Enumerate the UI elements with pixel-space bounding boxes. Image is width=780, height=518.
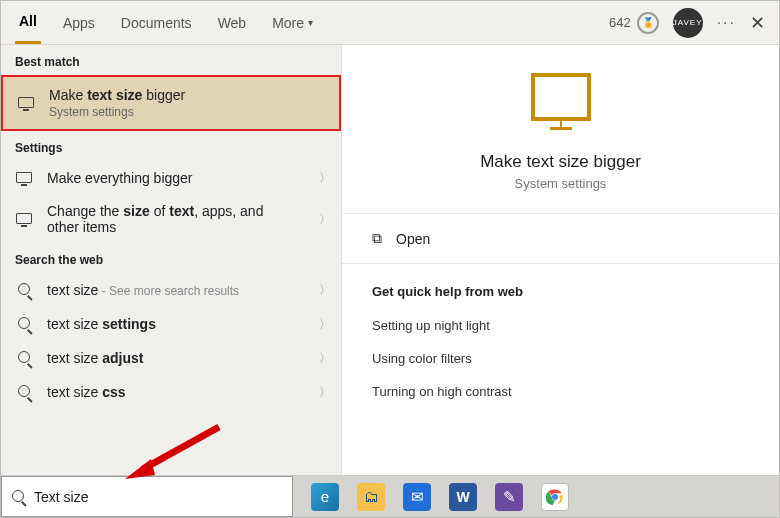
tab-web[interactable]: Web	[214, 1, 251, 44]
result-setting-change-size[interactable]: Change the size of text, apps, and other…	[1, 195, 341, 243]
search-input[interactable]	[34, 489, 282, 505]
open-action[interactable]: ⧉ Open	[342, 214, 779, 263]
web-result-text-size-css[interactable]: text size css 〉	[1, 375, 341, 409]
chevron-right-icon: 〉	[319, 350, 331, 367]
taskbar-mail-icon[interactable]: ✉	[403, 483, 431, 511]
rewards-points[interactable]: 642 🏅	[609, 12, 659, 34]
details-title: Make text size bigger	[480, 152, 641, 172]
taskbar-file-explorer-icon[interactable]: 🗂	[357, 483, 385, 511]
tab-apps[interactable]: Apps	[59, 1, 99, 44]
quick-help-heading: Get quick help from web	[342, 264, 779, 309]
result-setting-make-everything-bigger[interactable]: Make everything bigger 〉	[1, 161, 341, 195]
tab-all[interactable]: All	[15, 1, 41, 44]
overflow-menu[interactable]: ···	[717, 14, 736, 32]
result-title: Make text size bigger	[49, 87, 185, 103]
svg-point-0	[552, 494, 558, 500]
web-result-text-size-settings[interactable]: text size settings 〉	[1, 307, 341, 341]
search-icon	[15, 349, 33, 367]
chevron-right-icon: 〉	[319, 384, 331, 401]
tab-more[interactable]: More▾	[268, 1, 317, 44]
group-settings: Settings	[1, 131, 341, 161]
chevron-right-icon: 〉	[319, 316, 331, 333]
search-icon	[15, 383, 33, 401]
web-result-text-size[interactable]: text size - See more search results 〉	[1, 273, 341, 307]
monitor-large-icon	[531, 73, 591, 130]
quick-help-high-contrast[interactable]: Turning on high contrast	[342, 375, 779, 408]
result-title: Change the size of text, apps, and other…	[47, 203, 287, 235]
search-box[interactable]	[1, 476, 293, 517]
rewards-medal-icon: 🏅	[637, 12, 659, 34]
chevron-right-icon: 〉	[319, 170, 331, 187]
chevron-down-icon: ▾	[308, 17, 313, 28]
web-result-text-size-adjust[interactable]: text size adjust 〉	[1, 341, 341, 375]
open-icon: ⧉	[372, 230, 382, 247]
group-search-web: Search the web	[1, 243, 341, 273]
user-avatar[interactable]: JAVEY	[673, 8, 703, 38]
chevron-right-icon: 〉	[319, 211, 331, 228]
chevron-right-icon: 〉	[319, 282, 331, 299]
taskbar-chrome-icon[interactable]	[541, 483, 569, 511]
quick-help-color-filters[interactable]: Using color filters	[342, 342, 779, 375]
taskbar-edge-icon[interactable]: e	[311, 483, 339, 511]
group-best-match: Best match	[1, 45, 341, 75]
quick-help-night-light[interactable]: Setting up night light	[342, 309, 779, 342]
search-icon	[12, 488, 24, 506]
close-button[interactable]: ✕	[750, 12, 765, 34]
details-panel: Make text size bigger System settings ⧉ …	[341, 45, 779, 477]
monitor-icon	[17, 95, 35, 111]
result-subtitle: System settings	[49, 105, 185, 119]
search-icon	[15, 281, 33, 299]
results-panel: Best match Make text size bigger System …	[1, 45, 341, 477]
tab-documents[interactable]: Documents	[117, 1, 196, 44]
search-icon	[15, 315, 33, 333]
taskbar-feather-icon[interactable]: ✎	[495, 483, 523, 511]
tabs-bar: All Apps Documents Web More▾ 642 🏅 JAVEY…	[1, 1, 779, 45]
result-best-match[interactable]: Make text size bigger System settings	[1, 75, 341, 131]
taskbar: e 🗂 ✉ W ✎	[293, 476, 779, 517]
monitor-icon	[15, 210, 33, 228]
details-subtitle: System settings	[515, 176, 607, 191]
taskbar-word-icon[interactable]: W	[449, 483, 477, 511]
monitor-icon	[15, 169, 33, 187]
